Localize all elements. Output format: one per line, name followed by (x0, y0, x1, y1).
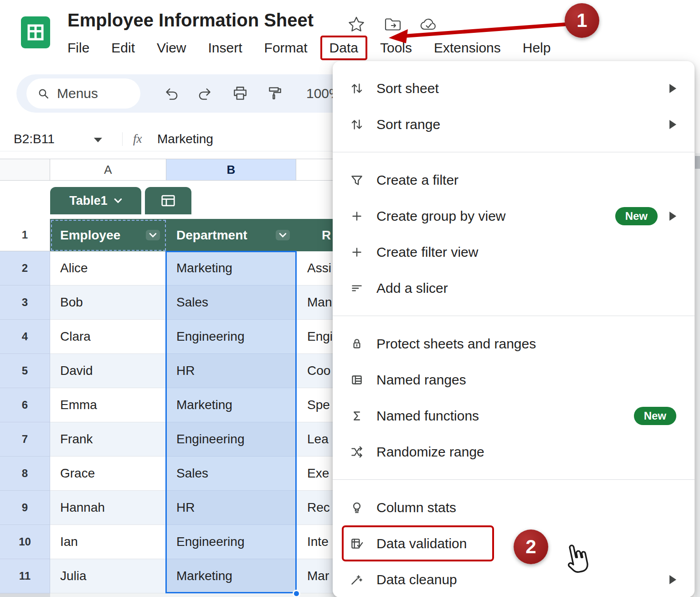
cell-department[interactable]: Sales (166, 286, 296, 320)
menu-format[interactable]: Format (264, 40, 308, 56)
header-cell-department[interactable]: Department (166, 219, 296, 251)
cell-role[interactable]: Mar (296, 559, 335, 593)
cell-employee[interactable]: Hannah (50, 491, 166, 525)
paint-format-icon[interactable] (266, 85, 283, 102)
cell-role[interactable]: Lea (296, 422, 335, 457)
menu-item-named-ranges[interactable]: Named ranges (333, 362, 695, 398)
row-header[interactable]: 2 (0, 251, 50, 286)
cell-employee[interactable]: Alice (50, 251, 166, 286)
name-box-dropdown-icon[interactable] (94, 138, 102, 142)
vertical-scrollbar[interactable] (695, 153, 700, 597)
menu-item-create-filter[interactable]: Create a filter (333, 162, 695, 198)
menus-search-label: Menus (57, 86, 98, 101)
column-header-a[interactable]: A (50, 159, 166, 180)
cell-role[interactable]: Spe (296, 388, 335, 422)
table-name-chip[interactable]: Table1 (50, 187, 141, 214)
menu-item-column-stats[interactable]: Column stats (333, 489, 695, 525)
menu-data[interactable]: Data (320, 36, 367, 60)
row-header-1[interactable]: 1 (0, 219, 50, 251)
cell-role[interactable]: Coo (296, 354, 335, 388)
menu-item-protect-sheets[interactable]: Protect sheets and ranges (333, 326, 695, 362)
cell-department[interactable]: HR (166, 354, 296, 388)
undo-icon[interactable] (162, 85, 180, 102)
menu-item-create-filter-view[interactable]: Create filter view (333, 234, 695, 270)
table-row: 2 Alice Marketing Assi (0, 251, 335, 286)
cell-employee[interactable]: Grace (50, 457, 166, 491)
cell-department[interactable]: Marketing (166, 559, 296, 593)
annotation-step-1-label: 1 (576, 10, 587, 31)
cell-employee[interactable]: David (50, 354, 166, 388)
print-icon[interactable] (232, 85, 249, 102)
row-header[interactable]: 3 (0, 286, 50, 320)
employee-filter-chevron-icon[interactable] (146, 230, 160, 240)
cell-role[interactable]: Rec (296, 491, 335, 525)
menu-item-sort-range[interactable]: Sort range (333, 106, 695, 142)
header-label-employee: Employee (60, 228, 120, 243)
cell-employee[interactable]: Bob (50, 286, 166, 320)
cell-employee[interactable]: Emma (50, 388, 166, 422)
row-header[interactable]: 5 (0, 354, 50, 388)
menu-file[interactable]: File (67, 40, 89, 56)
menu-item-sort-sheet[interactable]: Sort sheet (333, 70, 695, 106)
row-header[interactable]: 10 (0, 525, 50, 559)
menu-item-data-cleanup[interactable]: Data cleanup (333, 561, 695, 597)
cell-department[interactable]: Sales (166, 457, 296, 491)
header-label-role: R (322, 228, 331, 243)
menu-edit[interactable]: Edit (111, 40, 135, 56)
row-header[interactable]: 11 (0, 559, 50, 593)
table-row: 4 Clara Engineering Engi (0, 320, 335, 354)
submenu-arrow-icon (669, 84, 676, 93)
cell-department[interactable]: Marketing (166, 251, 296, 286)
menus-search[interactable]: Menus (26, 78, 140, 109)
menu-item-named-functions[interactable]: Named functions New (333, 398, 695, 434)
sheets-logo-icon[interactable] (21, 16, 50, 48)
row-header[interactable]: 7 (0, 422, 50, 457)
menu-item-add-slicer[interactable]: Add a slicer (333, 270, 695, 306)
redo-icon[interactable] (197, 85, 214, 102)
menu-item-randomize-range[interactable]: Randomize range (333, 434, 695, 470)
cell-department[interactable]: HR (166, 491, 296, 525)
menu-item-label: Add a slicer (376, 280, 448, 296)
select-all-corner[interactable] (0, 159, 50, 180)
header-cell-employee[interactable]: Employee (50, 219, 166, 251)
table-row: 6 Emma Marketing Spe (0, 388, 335, 422)
cell-role[interactable]: Assi (296, 251, 335, 286)
cell-role[interactable]: Inte (296, 525, 335, 559)
column-header-c[interactable] (296, 159, 335, 180)
cell-role[interactable]: Exe (296, 457, 335, 491)
cell-department[interactable]: Engineering (166, 422, 296, 457)
star-icon[interactable] (347, 16, 365, 34)
column-header-b[interactable]: B (166, 159, 296, 180)
menu-view[interactable]: View (157, 40, 186, 56)
table-row: 10 Ian Engineering Inte (0, 525, 335, 559)
cell-role[interactable]: Engi (296, 320, 335, 354)
table-menu-chip[interactable] (145, 187, 191, 214)
cell-employee[interactable]: Julia (50, 559, 166, 593)
menu-item-label: Data cleanup (376, 572, 457, 587)
row-header[interactable]: 9 (0, 491, 50, 525)
row-header[interactable]: 8 (0, 457, 50, 491)
department-filter-chevron-icon[interactable] (276, 230, 290, 240)
formula-input[interactable]: Marketing (157, 132, 213, 146)
header-cell-role[interactable]: R (296, 219, 335, 251)
cell-department[interactable]: Marketing (166, 388, 296, 422)
spreadsheet-grid: 1 Employee Department R 2 Alice Marketin… (0, 219, 335, 597)
vertical-scrollbar-thumb[interactable] (695, 156, 700, 169)
toolbar-buttons: 100% (162, 74, 341, 113)
cell-employee[interactable]: Frank (50, 422, 166, 457)
menu-divider (333, 142, 695, 162)
cell-role[interactable]: Man (296, 286, 335, 320)
menu-item-create-group-by-view[interactable]: Create group by view New (333, 198, 695, 234)
cell-employee[interactable]: Clara (50, 320, 166, 354)
name-box[interactable]: B2:B11 (14, 132, 55, 146)
sigma-icon (348, 407, 365, 425)
cell-employee[interactable]: Ian (50, 525, 166, 559)
document-title[interactable]: Employee Information Sheet (67, 10, 314, 31)
fill-handle[interactable] (293, 590, 300, 597)
row-header[interactable]: 4 (0, 320, 50, 354)
cell-department[interactable]: Engineering (166, 525, 296, 559)
menu-item-label: Data validation (376, 536, 467, 551)
row-header[interactable]: 6 (0, 388, 50, 422)
cell-department[interactable]: Engineering (166, 320, 296, 354)
menu-insert[interactable]: Insert (208, 40, 242, 56)
